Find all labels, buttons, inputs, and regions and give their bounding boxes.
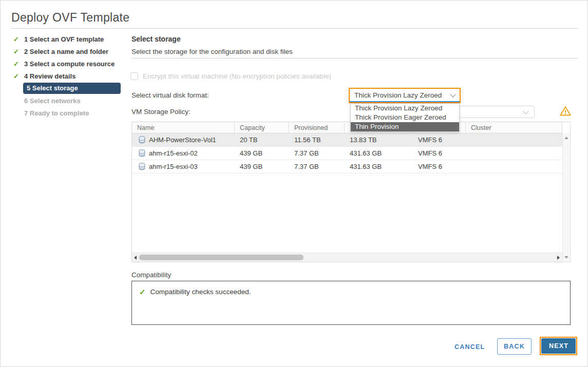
datastore-table: NameCapacityProvisionedCluster AHM-Power…: [131, 122, 571, 262]
sidebar-step[interactable]: 6 Select networks: [11, 94, 131, 107]
step-label: 6 Select networks: [24, 97, 81, 105]
encrypt-checkbox[interactable]: [130, 72, 138, 80]
disk-icon: [139, 136, 145, 144]
disk-format-option[interactable]: Thin Provision: [351, 122, 459, 131]
content-divider: [131, 58, 578, 59]
back-button[interactable]: BACK: [497, 338, 532, 355]
encrypt-row: Encrypt this virtual machine (No encrypt…: [130, 72, 331, 80]
column-header[interactable]: Name: [132, 122, 235, 133]
compatibility-label: Compatibility: [131, 271, 171, 279]
scroll-up-icon[interactable]: [564, 137, 568, 139]
check-icon: ✓: [13, 60, 24, 68]
horizontal-scrollbar-thumb[interactable]: [139, 255, 304, 260]
step-label: 4 Review details: [24, 72, 75, 80]
cancel-button[interactable]: CANCEL: [454, 343, 485, 351]
step-heading: Select storage: [131, 35, 181, 43]
scroll-right-icon[interactable]: [557, 256, 560, 260]
vertical-scrollbar[interactable]: [562, 133, 570, 262]
horizontal-scrollbar[interactable]: [132, 253, 562, 262]
disk-icon: [139, 149, 145, 157]
column-header[interactable]: Provisioned: [289, 122, 345, 133]
table-cell: VMFS 6: [413, 136, 466, 144]
deploy-ovf-template-dialog: Deploy OVF Template ✓1 Select an OVF tem…: [0, 0, 588, 367]
sidebar-step[interactable]: 7 Ready to complete: [11, 107, 131, 119]
table-cell: VMFS 6: [413, 149, 466, 157]
table-row[interactable]: ahm-r15-esxi-03439 GB7.37 GB431.63 GBVMF…: [132, 160, 562, 173]
table-cell: 20 TB: [235, 136, 289, 144]
table-cell: 439 GB: [235, 149, 289, 157]
column-header[interactable]: Cluster: [466, 122, 562, 133]
datastore-name: ahm-r15-esxi-02: [149, 149, 198, 157]
disk-format-select[interactable]: Thick Provision Lazy Zeroed: [349, 88, 461, 103]
next-button-label: NEXT: [541, 338, 576, 354]
table-cell: ahm-r15-esxi-03: [132, 163, 235, 170]
table-cell: 7.37 GB: [289, 149, 345, 157]
compatibility-message: Compatibility checks succeeded.: [150, 288, 251, 296]
table-cell: 431.63 GB: [345, 163, 413, 170]
vm-storage-policy-label: VM Storage Policy:: [131, 108, 191, 115]
disk-format-value: Thick Provision Lazy Zeroed: [354, 91, 442, 99]
table-row[interactable]: AHM-PowerStore-Vol120 TB11.56 TB13.83 TB…: [132, 133, 562, 147]
table-body: AHM-PowerStore-Vol120 TB11.56 TB13.83 TB…: [132, 133, 562, 253]
table-cell: 431.63 GB: [345, 149, 413, 157]
disk-format-option[interactable]: Thick Provision Eager Zeroed: [351, 113, 459, 122]
sidebar-step[interactable]: ✓3 Select a compute resource: [11, 57, 131, 70]
table-cell: 7.37 GB: [289, 163, 345, 170]
table-cell: 11.56 TB: [289, 136, 345, 144]
disk-format-option[interactable]: Thick Provision Lazy Zeroed: [351, 104, 459, 113]
check-icon: ✓: [13, 72, 24, 80]
table-header: NameCapacityProvisionedCluster: [132, 122, 562, 133]
check-icon: ✓: [13, 35, 24, 43]
sidebar-step[interactable]: ✓2 Select a name and folder: [11, 45, 131, 57]
table-cell: VMFS 6: [413, 163, 466, 170]
table-cell: ahm-r15-esxi-02: [132, 149, 235, 157]
step-subheading: Select the storage for the configuration…: [131, 48, 293, 55]
dialog-title: Deploy OVF Template: [11, 11, 129, 25]
table-row[interactable]: ahm-r15-esxi-02439 GB7.37 GB431.63 GBVMF…: [132, 147, 562, 160]
compatibility-box: ✓ Compatibility checks succeeded.: [131, 281, 571, 325]
check-icon: ✓: [13, 48, 24, 55]
sidebar-step[interactable]: ✓1 Select an OVF template: [11, 33, 131, 45]
step-label: 3 Select a compute resource: [24, 60, 115, 68]
encrypt-label: Encrypt this virtual machine (No encrypt…: [143, 72, 331, 80]
next-button[interactable]: NEXT: [540, 337, 577, 355]
step-label: 7 Ready to complete: [24, 109, 89, 117]
table-cell: 13.83 TB: [345, 136, 413, 144]
datastore-name: AHM-PowerStore-Vol1: [149, 136, 216, 144]
table-cell: 439 GB: [235, 163, 289, 170]
chevron-down-icon: [523, 108, 528, 114]
disk-format-label: Select virtual disk format:: [131, 91, 209, 99]
warning-icon: [559, 105, 572, 118]
success-check-icon: ✓: [139, 288, 146, 296]
column-header[interactable]: Capacity: [235, 122, 289, 133]
disk-icon: [139, 163, 145, 170]
title-divider: [11, 28, 578, 29]
step-label: 1 Select an OVF template: [24, 35, 104, 43]
scroll-down-icon[interactable]: [564, 256, 568, 259]
step-label: 2 Select a name and folder: [24, 48, 108, 55]
datastore-name: ahm-r15-esxi-03: [149, 163, 198, 170]
step-label: 5 Select storage: [23, 83, 121, 94]
sidebar-step[interactable]: ✓4 Review details: [11, 70, 131, 82]
chevron-down-icon: [450, 91, 456, 97]
disk-format-options: Thick Provision Lazy ZeroedThick Provisi…: [350, 103, 460, 132]
table-cell: AHM-PowerStore-Vol1: [132, 136, 235, 144]
scroll-left-icon[interactable]: [134, 256, 137, 260]
wizard-steps: ✓1 Select an OVF template✓2 Select a nam…: [11, 33, 131, 119]
sidebar-step[interactable]: 5 Select storage: [11, 82, 131, 94]
